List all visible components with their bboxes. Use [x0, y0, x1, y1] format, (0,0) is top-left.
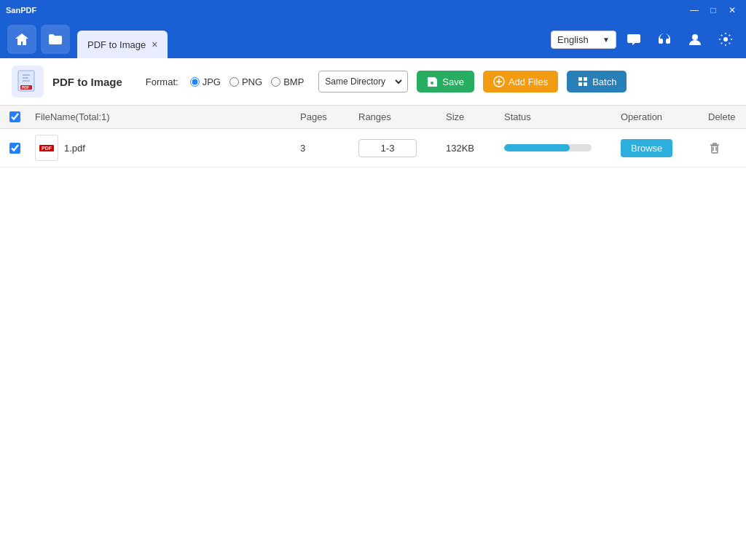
navbar-right: English ▼ [551, 26, 739, 52]
format-bmp-option[interactable]: BMP [271, 76, 304, 87]
header-size-col: Size [440, 111, 498, 122]
format-radio-group: JPG PNG BMP [190, 76, 305, 87]
progress-bar [504, 144, 592, 151]
file-table: FileName(Total:1) Pages Ranges Size Stat… [0, 106, 746, 560]
close-button[interactable]: ✕ [724, 2, 740, 18]
header-ranges-col: Ranges [353, 111, 440, 122]
headphone-icon [656, 31, 672, 47]
save-label: Save [442, 76, 464, 87]
row-size-cell: 132KB [440, 143, 498, 154]
row-checkbox-cell [0, 143, 29, 154]
chat-icon [626, 31, 642, 47]
directory-select-input[interactable]: Same Directory Custom Directory [322, 76, 404, 87]
table-header: FileName(Total:1) Pages Ranges Size Stat… [0, 106, 746, 129]
header-status-col: Status [498, 111, 615, 122]
format-jpg-label: JPG [203, 76, 221, 87]
svg-rect-9 [584, 82, 587, 86]
row-filename: 1.pdf [64, 143, 85, 154]
settings-button[interactable] [712, 26, 739, 52]
row-delete-cell [702, 141, 746, 154]
svg-rect-6 [578, 77, 582, 81]
format-bmp-label: BMP [283, 76, 304, 87]
header-filename-col: FileName(Total:1) [29, 111, 294, 122]
headphone-button[interactable] [651, 26, 678, 52]
add-files-label: Add Files [509, 76, 548, 87]
minimize-button[interactable]: — [686, 2, 702, 18]
language-label: English [557, 34, 589, 45]
add-icon [493, 76, 505, 87]
pdf-to-image-icon: PDF [17, 69, 39, 94]
format-png-radio[interactable] [229, 77, 239, 87]
batch-button[interactable]: Batch [567, 71, 627, 92]
navbar: PDF to Image × English ▼ [0, 20, 746, 58]
directory-selector[interactable]: Same Directory Custom Directory [318, 71, 408, 92]
row-ranges-input[interactable] [358, 139, 417, 157]
row-ranges-cell [353, 139, 440, 157]
svg-rect-10 [712, 146, 718, 153]
home-button[interactable] [7, 25, 36, 54]
language-selector[interactable]: English ▼ [551, 31, 616, 49]
row-pages-cell: 3 [294, 143, 353, 154]
format-png-label: PNG [242, 76, 262, 87]
format-jpg-option[interactable]: JPG [190, 76, 221, 87]
row-operation-cell: Browse [615, 139, 702, 157]
user-icon [687, 31, 703, 47]
browse-button[interactable]: Browse [621, 139, 672, 157]
tool-icon: PDF [12, 66, 44, 98]
svg-text:PDF: PDF [22, 85, 29, 90]
tab-close-button[interactable]: × [152, 39, 157, 50]
delete-button[interactable] [708, 141, 721, 154]
chat-button[interactable] [621, 26, 647, 52]
progress-bar-fill [504, 144, 570, 151]
pdf-to-image-tab[interactable]: PDF to Image × [77, 31, 168, 58]
header-delete-col: Delete [702, 111, 746, 122]
pdf-file-icon: PDF [35, 135, 58, 161]
settings-icon [718, 31, 734, 47]
app-title: SanPDF [6, 6, 36, 15]
maximize-button[interactable]: □ [705, 2, 721, 18]
tab-area: PDF to Image × [77, 20, 546, 58]
batch-icon [577, 76, 589, 87]
format-jpg-radio[interactable] [190, 77, 200, 87]
select-all-checkbox[interactable] [9, 111, 20, 122]
format-bmp-radio[interactable] [271, 77, 280, 87]
folder-button[interactable] [41, 25, 70, 54]
tool-title: PDF to Image [52, 76, 122, 88]
row-size: 132KB [446, 143, 474, 154]
batch-label: Batch [592, 76, 616, 87]
format-label: Format: [146, 76, 178, 87]
svg-point-1 [723, 37, 728, 42]
header-operation-col: Operation [615, 111, 702, 122]
row-filename-cell: PDF 1.pdf [29, 135, 294, 161]
row-checkbox[interactable] [9, 143, 20, 154]
trash-icon [708, 141, 721, 154]
chevron-down-icon: ▼ [602, 36, 610, 44]
user-button[interactable] [682, 26, 708, 52]
svg-point-0 [692, 34, 698, 40]
tab-label: PDF to Image [87, 39, 146, 50]
tool-header: PDF PDF to Image Format: JPG PNG BMP Sam… [0, 58, 746, 106]
titlebar-controls: — □ ✕ [686, 2, 740, 18]
header-pages-col: Pages [294, 111, 353, 122]
format-png-option[interactable]: PNG [229, 76, 262, 87]
row-pages: 3 [300, 143, 305, 154]
main-content: PDF PDF to Image Format: JPG PNG BMP Sam… [0, 58, 746, 560]
folder-icon [47, 31, 63, 47]
titlebar-left: SanPDF [6, 6, 36, 15]
home-icon [14, 31, 30, 47]
titlebar: SanPDF — □ ✕ [0, 0, 746, 20]
svg-rect-7 [584, 77, 587, 81]
header-checkbox-col [0, 111, 29, 122]
add-files-button[interactable]: Add Files [483, 71, 558, 92]
save-icon [427, 76, 439, 87]
row-status-cell [498, 144, 615, 151]
svg-rect-8 [578, 82, 582, 86]
save-button[interactable]: Save [417, 71, 474, 92]
table-row: PDF 1.pdf 3 132KB Browse [0, 129, 746, 167]
